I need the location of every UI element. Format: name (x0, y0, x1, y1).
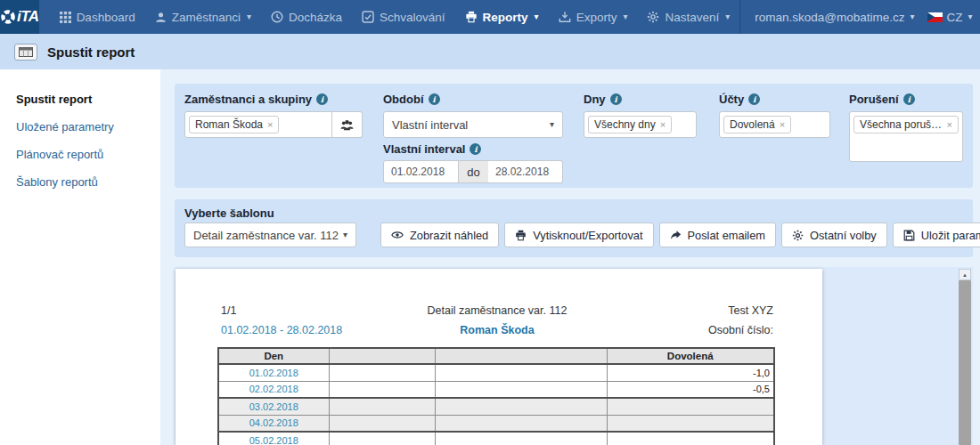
employee-chip: Roman Škoda × (189, 116, 279, 134)
button-label: Poslat emailem (688, 229, 765, 242)
template-value: Detail zaměstnance var. 112 (A4, ... (193, 229, 340, 242)
report-company: Test XYZ (591, 304, 773, 317)
sidebar-item-sablony-reportu[interactable]: Šablony reportů (0, 168, 160, 196)
sidebar: Spustit report Uložené parametry Plánova… (0, 69, 160, 445)
nav-item-dochazka[interactable]: Docházka (261, 0, 352, 34)
button-label: Uložit parametry reportu (921, 229, 980, 242)
nav-item-schvalovani[interactable]: Schvalování (352, 0, 455, 34)
info-icon[interactable]: i (470, 143, 481, 155)
nav-menu: Dashboard Zaměstnanci ▾ Docházka Schvalo… (50, 0, 740, 34)
period-select[interactable]: Vlastní interval ▾ (383, 111, 563, 138)
info-icon[interactable]: i (903, 93, 915, 105)
employees-input[interactable]: Roman Škoda × (184, 111, 332, 138)
export-icon (559, 11, 571, 23)
remove-icon[interactable]: × (947, 119, 952, 130)
days-label: Dny (584, 93, 606, 106)
sidebar-item-spustit-report[interactable]: Spustit report (0, 85, 160, 113)
info-icon[interactable]: i (429, 93, 440, 105)
days-chip: Všechny dny × (588, 116, 672, 134)
remove-icon[interactable]: × (780, 119, 785, 130)
info-icon[interactable]: i (610, 93, 622, 105)
table-row: 01.02.2018 -1,0 (218, 364, 774, 381)
table-row: 05.02.2018 (218, 432, 774, 445)
save-report-params-button[interactable]: Uložit parametry reportu (893, 222, 980, 247)
nav-item-reporty[interactable]: Reporty ▾ (455, 0, 549, 34)
users-group-icon (340, 119, 354, 131)
cell-empty (435, 398, 607, 415)
nav-item-zamestnanci[interactable]: Zaměstnanci ▾ (145, 0, 261, 34)
remove-icon[interactable]: × (267, 119, 273, 130)
send-email-button[interactable]: Poslat emailem (659, 222, 776, 247)
employees-filter: Zaměstnanci a skupiny i Roman Škoda × (184, 93, 363, 138)
chip-label: Dovolená (730, 118, 775, 131)
language-selector[interactable]: CZ ▾ (927, 11, 973, 24)
template-label: Vyberte šablonu (184, 206, 274, 220)
days-input[interactable]: Všechny dny × (584, 111, 697, 138)
table-row: 02.02.2018 -0,5 (218, 381, 774, 398)
report-preview-area: 1/1 Detail zaměstnance var. 112 Test XYZ… (175, 267, 973, 445)
select-groups-button[interactable] (332, 111, 363, 138)
top-navbar: iTA Dashboard Zaměstnanci ▾ Docházka Sch… (0, 0, 980, 34)
cell-dovolena (607, 415, 774, 432)
period-label: Období (383, 93, 424, 106)
days-filter: Dny i Všechny dny × (584, 93, 697, 138)
nav-item-exporty[interactable]: Exporty ▾ (549, 0, 638, 34)
chevron-down-icon: ▾ (343, 231, 347, 239)
show-preview-button[interactable]: Zobrazit náhled (380, 222, 499, 247)
nav-label: Nastavení (665, 11, 719, 24)
sidebar-item-planovac-reportu[interactable]: Plánovač reportů (0, 141, 160, 168)
remove-icon[interactable]: × (660, 119, 666, 130)
cell-empty (329, 364, 435, 381)
user-email: roman.skoda@mobatime.cz (755, 11, 904, 24)
report-period: 01.02.2018 - 28.02.2018 (221, 324, 404, 336)
info-icon[interactable]: i (748, 93, 760, 105)
template-select[interactable]: Detail zaměstnance var. 112 (A4, ... ▾ (184, 222, 356, 247)
nav-item-nastaveni[interactable]: Nastavení ▾ (637, 0, 739, 34)
cell-date: 03.02.2018 (218, 398, 329, 415)
cell-date: 05.02.2018 (218, 432, 329, 445)
nav-item-dashboard[interactable]: Dashboard (50, 0, 145, 34)
chevron-down-icon: ▾ (247, 12, 251, 21)
report-personal-number-label: Osobní číslo: (591, 324, 773, 336)
nav-label: Docházka (289, 11, 342, 24)
page-header: Spustit report (0, 34, 980, 69)
scrollbar-up-button[interactable]: ▲ (959, 269, 971, 280)
chevron-down-icon: ▾ (623, 12, 627, 21)
col-header-dovolena: Dovolená (607, 348, 774, 364)
check-square-icon (362, 11, 374, 23)
table-header-row: Den Dovolená (218, 348, 774, 364)
app-logo[interactable]: iTA (0, 0, 39, 34)
report-table: Den Dovolená 01.02.2018 -1,0 02.02.2018 … (217, 347, 775, 445)
date-from-input[interactable] (383, 160, 459, 183)
printer-icon (515, 230, 527, 241)
cell-date: 04.02.2018 (218, 415, 329, 432)
filters-panel: Zaměstnanci a skupiny i Roman Škoda × Ob… (175, 84, 973, 188)
button-label: Ostatní volby (810, 229, 877, 242)
date-to-input[interactable] (488, 160, 563, 183)
report-page-number: 1/1 (221, 304, 404, 317)
table-row: 03.02.2018 (218, 398, 774, 415)
report-employee: Roman Škoda (404, 324, 592, 336)
nav-label: Schvalování (380, 11, 445, 24)
cell-dovolena (607, 398, 774, 415)
interval-separator: do (459, 160, 488, 183)
col-header-3 (435, 348, 607, 364)
button-label: Zobrazit náhled (410, 229, 488, 242)
col-header-den: Den (218, 348, 329, 364)
other-options-button[interactable]: Ostatní volby (781, 222, 887, 247)
cell-date: 02.02.2018 (218, 381, 329, 398)
sidebar-item-ulozene-parametry[interactable]: Uložené parametry (0, 113, 160, 141)
share-arrow-icon (670, 230, 682, 241)
report-page-icon (14, 44, 37, 61)
cell-dovolena: -0,5 (607, 381, 774, 398)
gear-icon (647, 11, 659, 23)
scrollbar-thumb[interactable] (959, 280, 971, 445)
violations-input[interactable]: Všechna porušení × (849, 111, 963, 162)
cell-empty (435, 381, 607, 398)
accounts-input[interactable]: Dovolená × (719, 111, 830, 138)
print-export-button[interactable]: Vytisknout/Exportovat (504, 222, 653, 247)
nav-label: Zaměstnanci (172, 11, 241, 24)
info-icon[interactable]: i (316, 93, 328, 105)
user-menu[interactable]: roman.skoda@mobatime.cz ▾ (755, 11, 914, 24)
person-icon (155, 12, 167, 23)
